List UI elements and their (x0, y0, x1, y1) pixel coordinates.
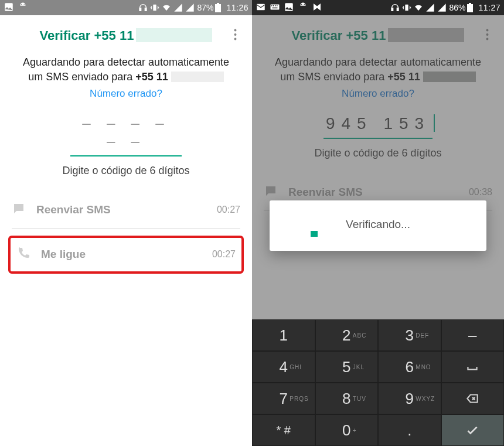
clock: 11:27 (478, 3, 500, 12)
key-backspace[interactable] (441, 383, 505, 414)
svg-rect-12 (271, 4, 280, 9)
svg-rect-13 (271, 5, 273, 6)
progress-dot (311, 231, 318, 237)
key-7[interactable]: 7PRQS (252, 383, 315, 414)
key-1[interactable]: 1 (252, 319, 315, 351)
phone-mask (136, 28, 212, 42)
svg-point-2 (24, 4, 25, 5)
svg-rect-23 (406, 5, 408, 11)
outlook-icon (256, 2, 266, 14)
key-dash[interactable]: – (441, 319, 505, 351)
svg-point-9 (234, 33, 236, 36)
svg-rect-25 (469, 3, 471, 4)
instruction-text: Aguardando para detectar automaticamente… (0, 50, 252, 101)
key-confirm[interactable] (441, 414, 505, 446)
svg-rect-11 (257, 4, 265, 10)
svg-point-1 (21, 4, 22, 5)
keyboard-icon (270, 2, 280, 14)
svg-rect-22 (397, 8, 399, 11)
battery-indicator: 86% (449, 3, 474, 12)
resend-sms-row[interactable]: Reenviar SMS 00:27 (0, 192, 252, 228)
status-bar: 87% 11:26 (0, 0, 252, 15)
wifi-icon (414, 2, 423, 13)
screen-verify-filled: 86% 11:27 Verificar +55 11 Aguardando pa… (252, 0, 504, 446)
divider (12, 228, 240, 229)
key-period[interactable]: . (378, 414, 441, 446)
svg-rect-24 (467, 4, 473, 12)
numeric-keyboard: 1 2ABC 3DEF – 4GHI 5JKL 6MNO 7PRQS 8TUV … (252, 319, 504, 446)
key-0[interactable]: 0+ (315, 414, 379, 446)
wrong-number-link[interactable]: Número errado? (90, 87, 162, 101)
android-icon (298, 2, 308, 14)
key-9[interactable]: 9WXYZ (378, 383, 441, 414)
key-5[interactable]: 5JKL (315, 351, 379, 383)
screen-verify-empty: 87% 11:26 Verificar +55 11 Aguardando pa… (0, 0, 252, 446)
svg-point-20 (304, 4, 305, 5)
key-2[interactable]: 2ABC (315, 319, 379, 351)
gallery-icon (4, 2, 14, 14)
svg-rect-16 (277, 5, 278, 6)
call-me-row[interactable]: Me ligue 00:27 (11, 238, 241, 271)
svg-rect-14 (273, 5, 274, 6)
svg-rect-5 (154, 5, 156, 11)
wifi-icon (162, 2, 171, 13)
key-symbols[interactable]: * # (252, 414, 315, 446)
svg-point-19 (301, 4, 302, 5)
android-icon (18, 2, 28, 14)
highlight-annotation: Me ligue 00:27 (8, 236, 244, 274)
clock: 11:26 (226, 3, 248, 12)
key-8[interactable]: 8TUV (315, 383, 379, 414)
key-6[interactable]: 6MNO (378, 351, 441, 383)
page-title: Verificar +55 11 (25, 28, 227, 43)
gallery-icon (284, 2, 294, 14)
signal-icon (437, 2, 447, 13)
key-3[interactable]: 3DEF (378, 319, 441, 351)
battery-indicator: 87% (197, 3, 222, 12)
svg-rect-7 (217, 3, 219, 4)
header: Verificar +55 11 (0, 15, 252, 50)
svg-rect-3 (139, 8, 141, 11)
verifying-dialog: Verificando... (270, 200, 486, 251)
vibrate-icon (402, 2, 411, 13)
svg-rect-4 (145, 8, 147, 11)
code-input[interactable]: – – – – – – (70, 114, 182, 156)
key-4[interactable]: 4GHI (252, 351, 315, 383)
sms-icon (12, 202, 36, 219)
countdown: 00:27 (212, 249, 236, 260)
phone-mask (171, 72, 224, 82)
signal-icon (185, 2, 195, 13)
signal-icon (173, 2, 183, 13)
more-icon[interactable] (227, 29, 243, 43)
svg-point-10 (234, 38, 236, 40)
vibrate-icon (150, 2, 159, 13)
code-hint: Digite o código de 6 dígitos (0, 165, 252, 177)
svg-rect-21 (391, 8, 393, 11)
countdown: 00:27 (217, 205, 240, 215)
status-bar: 86% 11:27 (252, 0, 504, 15)
signal-icon (425, 2, 435, 13)
headphones-icon (138, 2, 148, 13)
key-space[interactable] (441, 351, 505, 383)
svg-rect-15 (275, 5, 276, 6)
phone-icon (16, 246, 41, 263)
headphones-icon (390, 2, 400, 13)
svg-point-8 (234, 29, 236, 31)
app-icon (312, 2, 322, 14)
svg-rect-6 (215, 4, 221, 12)
svg-rect-17 (273, 7, 278, 8)
